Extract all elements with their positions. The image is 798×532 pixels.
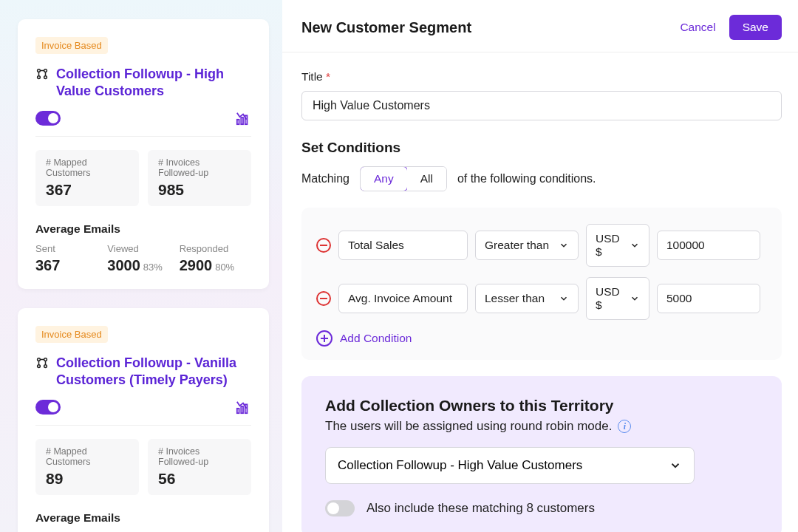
stat-label: # Mapped Customers [46,157,129,178]
svg-point-8 [44,358,47,361]
header: New Customer Segment Cancel Save [282,0,798,52]
set-conditions-heading: Set Conditions [301,140,782,156]
condition-value-input[interactable] [657,231,760,260]
stat-label: # Invoices Followed-up [158,446,241,467]
condition-field-select[interactable]: Avg. Invoice Amount [338,284,468,313]
condition-row: Avg. Invoice Amount Lesser than USD $ [316,277,767,320]
title-label: Title * [301,70,782,83]
average-emails-heading: Average Emails [35,222,251,236]
match-all-button[interactable]: All [407,167,446,191]
info-icon[interactable]: i [618,420,631,433]
avg-label: Responded [180,243,251,254]
condition-operator-select[interactable]: Greater than [475,231,579,260]
svg-rect-6 [245,115,248,124]
owners-subtitle: The users will be assigned using round r… [325,419,758,434]
workflow-icon [35,67,49,81]
svg-point-2 [38,76,41,79]
chart-icon[interactable] [235,111,251,126]
match-mode-toggle: Any All [360,166,447,191]
workflow-icon [35,356,49,369]
stat-value: 56 [158,470,241,488]
chevron-down-icon [559,240,569,250]
svg-rect-4 [237,120,239,124]
include-customers-text: Also include these matching 8 customers [366,501,595,516]
enable-toggle[interactable] [35,111,61,126]
conditions-box: Total Sales Greater than USD $ Avg. Invo… [301,208,782,360]
page-title: New Customer Segment [301,19,471,36]
viewed-col: Viewed 300083% [107,243,179,274]
match-suffix: of the following conditions. [457,172,596,185]
chevron-down-icon [630,293,640,304]
stat-label: # Invoices Followed-up [158,157,241,178]
remove-condition-icon[interactable] [316,291,331,306]
include-customers-toggle[interactable] [325,500,355,516]
invoice-based-badge: Invoice Based [35,326,108,343]
responded-col: Responded 290080% [180,243,251,274]
svg-rect-13 [245,404,248,413]
condition-field-select[interactable]: Total Sales [338,231,468,260]
mapped-customers-stat: # Mapped Customers 367 [35,150,139,206]
add-condition-button[interactable]: Add Condition [316,330,767,347]
svg-point-10 [44,364,47,367]
cancel-button[interactable]: Cancel [680,21,715,34]
condition-value-input[interactable] [657,284,760,313]
condition-currency-select[interactable]: USD $ [586,277,649,320]
avg-label: Sent [35,243,107,254]
stat-value: 985 [158,181,241,199]
condition-operator-select[interactable]: Lesser than [475,284,579,313]
sent-col: Sent 367 [35,243,107,274]
match-prefix: Matching [301,172,349,185]
svg-point-3 [44,76,47,79]
collection-owners-box: Add Collection Owners to this Territory … [301,376,782,532]
card-title[interactable]: Collection Followup - High Value Custome… [56,66,251,100]
owners-title: Add Collection Owners to this Territory [325,397,758,415]
svg-rect-12 [241,406,243,413]
followup-card: Invoice Based Collection Followup - High… [18,19,269,289]
svg-rect-11 [237,408,239,412]
invoices-followed-stat: # Invoices Followed-up 56 [148,439,251,495]
main-panel: New Customer Segment Cancel Save Title *… [282,0,798,532]
chevron-down-icon [559,293,569,304]
svg-rect-5 [241,117,243,124]
invoice-based-badge: Invoice Based [35,37,108,54]
average-emails-heading: Average Emails [35,511,251,525]
owners-dropdown[interactable]: Collection Followup - High Value Custome… [325,447,695,484]
match-any-button[interactable]: Any [360,166,408,191]
title-input[interactable] [301,91,782,120]
chevron-down-icon [630,240,640,250]
enable-toggle[interactable] [35,400,61,415]
stat-label: # Mapped Customers [46,446,129,467]
condition-row: Total Sales Greater than USD $ [316,224,767,267]
chevron-down-icon [669,459,682,472]
card-title[interactable]: Collection Followup - Vanilla Customers … [56,355,251,389]
avg-value: 367 [35,257,60,273]
svg-point-0 [38,69,41,72]
avg-value: 3000 [107,257,140,273]
remove-condition-icon[interactable] [316,238,331,253]
avg-value: 2900 [180,257,213,273]
invoices-followed-stat: # Invoices Followed-up 985 [148,150,251,206]
svg-point-7 [38,358,41,361]
stat-value: 367 [46,181,129,199]
svg-point-9 [38,364,41,367]
chart-icon[interactable] [235,400,251,415]
sidebar: Invoice Based Collection Followup - High… [0,0,282,532]
match-mode-row: Matching Any All of the following condit… [301,166,782,191]
plus-icon [316,330,332,347]
avg-label: Viewed [107,243,179,254]
avg-pct: 80% [215,262,234,273]
condition-currency-select[interactable]: USD $ [586,224,649,267]
avg-pct: 83% [143,262,163,273]
followup-card: Invoice Based Collection Followup - Vani… [18,308,269,532]
save-button[interactable]: Save [729,15,782,40]
svg-point-1 [44,69,47,72]
mapped-customers-stat: # Mapped Customers 89 [35,439,139,495]
stat-value: 89 [46,470,129,488]
